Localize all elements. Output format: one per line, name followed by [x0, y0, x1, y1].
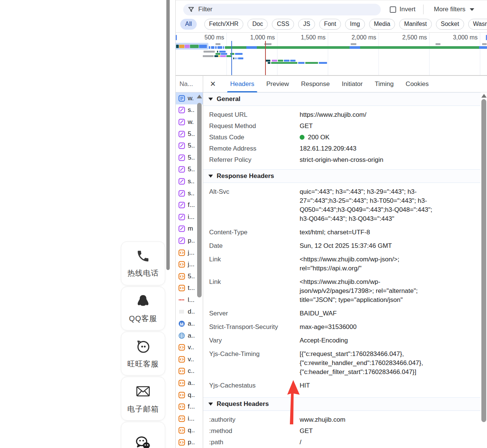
script-icon — [178, 356, 185, 363]
contact-card-qq[interactable]: QQ客服 — [121, 287, 165, 330]
filter-chip-img[interactable]: Img — [345, 19, 365, 30]
timeline-gridline — [328, 33, 328, 75]
filter-chip-media[interactable]: Media — [369, 19, 395, 30]
waterfall-bar — [217, 51, 218, 53]
tab-headers[interactable]: Headers — [224, 76, 260, 92]
stylesheet-icon — [178, 202, 185, 208]
header-value: https://www.zhujib.com/ — [300, 110, 481, 119]
stylesheet-icon — [178, 237, 185, 244]
header-row: :authoritywww.zhujib.com — [203, 414, 481, 425]
waterfall-bar — [233, 57, 234, 59]
waterfall-bar — [351, 43, 356, 45]
filter-chip-all[interactable]: All — [180, 19, 197, 30]
script-icon — [178, 249, 185, 256]
request-detail-pane: ✕HeadersPreviewResponseInitiatorTimingCo… — [203, 75, 487, 448]
header-name: :path — [203, 438, 300, 447]
tab-initiator[interactable]: Initiator — [336, 76, 369, 92]
favicon-people-icon — [178, 320, 185, 327]
disclosure-triangle-icon — [208, 98, 213, 101]
more-filters-button[interactable]: More filters — [434, 6, 474, 13]
headers-panel: GeneralRequest URLhttps://www.zhujib.com… — [203, 92, 481, 448]
request-name: a.. — [188, 320, 195, 327]
detail-tab-bar: ✕HeadersPreviewResponseInitiatorTimingCo… — [203, 76, 487, 92]
waterfall-bar — [220, 55, 226, 57]
waterfall-bar — [237, 57, 237, 59]
header-name: Status Code — [203, 133, 300, 142]
request-name: p.. — [188, 237, 195, 244]
document-icon — [178, 95, 185, 102]
detail-scrollbar[interactable] — [481, 92, 487, 448]
request-name: 5.. — [188, 273, 195, 280]
filter-chip-css[interactable]: CSS — [272, 19, 294, 30]
tab-response[interactable]: Response — [295, 76, 336, 92]
header-row: :methodGET — [203, 425, 481, 437]
invert-checkbox[interactable] — [390, 6, 396, 13]
header-value: BAIDU_WAF — [300, 309, 481, 318]
contact-card-wangwang[interactable]: 旺旺客服 — [121, 332, 165, 376]
wechat-icon — [134, 434, 152, 448]
request-name: 5.. — [188, 166, 195, 173]
waterfall-bar — [176, 45, 179, 48]
header-name: Yjs-Cache-Timing — [203, 350, 300, 377]
script-icon — [178, 427, 185, 434]
scrollbar-thumb[interactable] — [197, 103, 202, 297]
invert-label: Invert — [400, 6, 416, 13]
waterfall-bar — [235, 53, 243, 55]
header-value: <https://www.zhujib.com/wp- json/wp/v2/p… — [300, 278, 481, 305]
header-row: Request MethodGET — [203, 121, 481, 132]
filter-chip-js[interactable]: JS — [298, 19, 315, 30]
script-icon — [178, 261, 185, 268]
filter-input[interactable]: Filter — [183, 4, 381, 15]
section-header[interactable]: Response Headers — [203, 169, 481, 183]
request-name: s.. — [188, 178, 194, 185]
dcl-event-marker — [231, 41, 232, 75]
filter-chip-manifest[interactable]: Manifest — [399, 19, 431, 30]
resource-type-filter-chips: AllFetch/XHRDocCSSJSFontImgMediaManifest… — [180, 18, 487, 30]
request-name: p.. — [188, 439, 195, 446]
request-list-scrollbar[interactable] — [197, 93, 202, 448]
waterfall-bar — [268, 62, 270, 64]
request-name: j... — [188, 261, 194, 268]
network-overview-waterfall[interactable]: 500 ms1,000 ms1,500 ms2,000 ms2,500 ms3,… — [176, 32, 487, 75]
script-icon — [178, 392, 185, 398]
header-name: :method — [203, 427, 300, 436]
scroll-up-icon[interactable] — [197, 95, 202, 98]
header-value: GET — [300, 122, 481, 131]
header-value: HIT — [300, 381, 481, 390]
waterfall-bar — [298, 62, 305, 64]
script-icon — [178, 285, 185, 291]
request-name: q.. — [188, 427, 195, 434]
timeline-tick-label: 1,500 ms — [301, 34, 326, 41]
stylesheet-icon — [178, 142, 185, 149]
scroll-up-icon[interactable] — [481, 94, 487, 98]
timeline-tick-label: 2,000 ms — [351, 34, 376, 41]
scrollbar-thumb[interactable] — [481, 99, 486, 422]
section-header[interactable]: General — [203, 92, 481, 106]
filter-chip-socket[interactable]: Socket — [436, 19, 464, 30]
request-name: s.. — [188, 106, 194, 114]
stylesheet-icon — [178, 225, 185, 232]
tab-preview[interactable]: Preview — [260, 76, 295, 92]
filter-chip-doc[interactable]: Doc — [247, 19, 268, 30]
name-column-header[interactable]: Na... — [176, 76, 203, 92]
contact-card-email[interactable]: 电子邮箱 — [121, 377, 165, 421]
close-icon[interactable]: ✕ — [210, 80, 216, 88]
header-row: Link<https://www.zhujib.com/wp-json/>; r… — [203, 254, 481, 274]
filter-chip-fetch-xhr[interactable]: Fetch/XHR — [204, 19, 243, 30]
script-icon — [178, 439, 185, 446]
waterfall-bar — [305, 62, 318, 64]
section-header[interactable]: Request Headers — [203, 397, 481, 411]
waterfall-bar — [221, 53, 227, 55]
filter-chip-wasm[interactable]: Wasm — [468, 19, 487, 30]
tab-timing[interactable]: Timing — [369, 76, 400, 92]
contact-card-phone[interactable]: 热线电话 — [121, 241, 165, 285]
header-row: Yjs-CachestatusHIT — [203, 380, 481, 391]
header-name: Remote Address — [203, 144, 300, 153]
header-value: text/html; charset=UTF-8 — [300, 228, 481, 237]
page-scrollbar-thumb[interactable] — [166, 0, 170, 270]
tab-cookies[interactable]: Cookies — [400, 76, 434, 92]
filter-chip-font[interactable]: Font — [319, 19, 341, 30]
header-value: 182.61.129.209:443 — [300, 144, 481, 153]
contact-card-wechat[interactable] — [121, 422, 165, 448]
script-icon — [178, 403, 185, 410]
